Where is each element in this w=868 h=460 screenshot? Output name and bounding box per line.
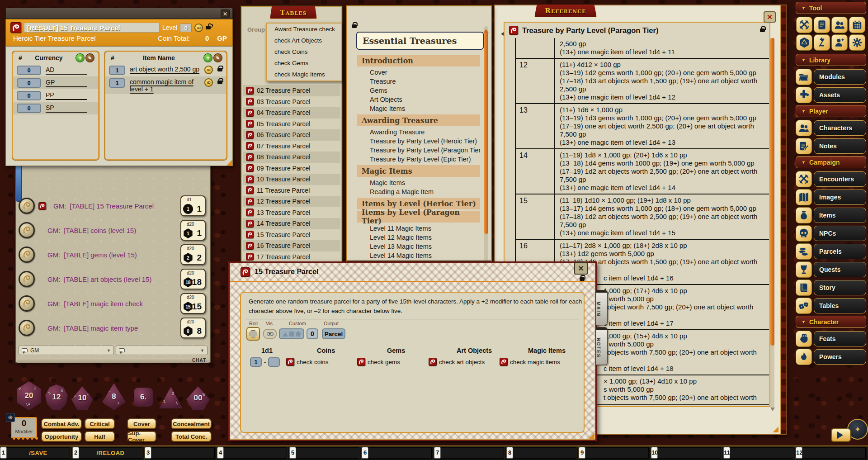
close-icon[interactable]: ✕ xyxy=(221,9,230,18)
item-qty-field[interactable]: 1 xyxy=(109,66,125,75)
scrollbar[interactable] xyxy=(770,38,774,408)
sidebar-item-npcs[interactable]: NPCs xyxy=(796,225,866,242)
item-name-link[interactable]: common magic item of level + 1 xyxy=(130,78,200,93)
tray-die-d10[interactable]: 2810 xyxy=(71,386,93,410)
sidebar-section-character[interactable]: ▼Character xyxy=(796,316,866,328)
sidebar-item-modules[interactable]: Modules xyxy=(796,69,866,85)
roll-button[interactable] xyxy=(246,327,260,341)
window-titlebar[interactable]: ✕ xyxy=(5,8,233,19)
sidebar-section-library[interactable]: ▼Library xyxy=(796,54,866,66)
sidebar-item-encounters[interactable]: Encounters xyxy=(796,171,866,187)
die-result-box[interactable]: d20 18 18 xyxy=(180,269,206,289)
table-list-item[interactable]: 05 Treasure Parcel xyxy=(243,119,340,130)
hotkey-content[interactable]: /SAVE xyxy=(6,447,70,459)
dialog-titlebar[interactable]: 15 Treasure Parcel xyxy=(230,263,595,282)
modifier-button-opportunity[interactable]: Opportunity xyxy=(41,431,82,442)
hotkey-slot-7[interactable]: 7 xyxy=(434,446,506,460)
sidebar-item-powers[interactable]: Powers xyxy=(796,349,866,365)
die-result-box[interactable]: d1 1 1 xyxy=(180,195,206,216)
toc-link[interactable]: Cover xyxy=(357,68,480,77)
modifier-button-combat-adv-[interactable]: Combat Adv. xyxy=(41,418,82,429)
images-button[interactable] xyxy=(796,189,812,205)
tables-banner[interactable]: Tables xyxy=(270,6,317,19)
resize-grip[interactable] xyxy=(773,427,778,432)
modifier-button-sup-cover[interactable]: Sup. Cover xyxy=(127,431,156,442)
item-name-link[interactable]: art object worth 2,500 gp xyxy=(130,66,200,73)
close-icon[interactable]: ✕ xyxy=(764,11,776,23)
hotkey-slot-10[interactable]: 10 xyxy=(651,446,723,460)
toc-link[interactable]: Level 12 Magic Items xyxy=(357,233,480,242)
toc-link[interactable]: Treasure xyxy=(357,77,480,86)
gm-avatar[interactable] xyxy=(19,271,35,287)
tool-button-scroll[interactable] xyxy=(814,17,830,33)
hotkey-slot-2[interactable]: 2 /RELOAD xyxy=(72,446,145,460)
currency-qty-field[interactable]: 0 xyxy=(17,91,41,100)
table-list-item[interactable]: 13 Treasure Parcel xyxy=(243,207,340,218)
scroll-down-arrow[interactable] xyxy=(770,408,775,413)
sidebar-item-characters[interactable]: Characters xyxy=(796,120,866,136)
sidebar-item-feats[interactable]: Feats xyxy=(796,331,866,347)
tab-main[interactable]: MAIN xyxy=(596,290,608,325)
scroll-up-arrow[interactable] xyxy=(483,26,489,33)
sidebar-item-tables[interactable]: Tables xyxy=(796,298,866,314)
tool-button-people[interactable] xyxy=(831,17,848,33)
parcels-button[interactable] xyxy=(796,243,812,260)
parcel-title-field[interactable]: [RESULT] 15 Treasure Parcel xyxy=(24,23,160,33)
toc-link[interactable]: Reading a Magic Item xyxy=(357,187,480,196)
sidebar-section-player[interactable]: ▼Player xyxy=(796,105,866,117)
hotkey-content[interactable] xyxy=(585,447,649,459)
dropdown-item[interactable]: check Art Objects xyxy=(267,35,341,46)
scrollbar-thumb[interactable] xyxy=(770,38,774,346)
feats-button[interactable] xyxy=(796,331,812,347)
table-check-link[interactable]: check coins xyxy=(297,359,329,365)
currency-qty-field[interactable]: 0 xyxy=(17,104,41,113)
toc-link[interactable]: Art Objects xyxy=(357,95,480,104)
close-icon[interactable]: ✕ xyxy=(574,262,588,275)
hotkey-content[interactable] xyxy=(513,447,576,459)
powers-button[interactable] xyxy=(796,349,812,365)
sidebar-section-tool[interactable]: ▼Tool xyxy=(796,2,866,14)
die-result-box[interactable]: d20 8 8 xyxy=(180,318,206,338)
tray-die-d4[interactable]: 234 xyxy=(159,387,183,409)
chat-emote-select[interactable]: ▼ xyxy=(116,346,208,355)
resize-grip[interactable] xyxy=(226,160,232,166)
modifier-button-concealment[interactable]: Concealment xyxy=(171,418,212,429)
hotkey-slot-12[interactable]: 12 xyxy=(796,446,868,460)
add-item-button[interactable]: + xyxy=(203,53,212,62)
modifier-button-total-conc-[interactable]: Total Conc. xyxy=(171,431,212,442)
tray-die-d100[interactable]: 8000 xyxy=(186,386,210,410)
table-list-item[interactable]: 11 Treasure Parcel xyxy=(243,185,340,196)
hotkey-content[interactable] xyxy=(368,447,432,459)
sidebar-item-items[interactable]: Items xyxy=(796,207,866,223)
tool-button-d20[interactable] xyxy=(796,34,812,51)
currency-name-field[interactable]: SP xyxy=(46,104,87,113)
gm-avatar[interactable] xyxy=(19,247,35,263)
gm-avatar[interactable] xyxy=(19,295,35,312)
sidebar-item-images[interactable]: Images xyxy=(796,189,866,205)
die-result-box[interactable]: d20 15 15 xyxy=(180,293,206,314)
lock-icon[interactable] xyxy=(580,277,585,281)
tool-button-gear[interactable] xyxy=(849,34,865,51)
resize-grip[interactable] xyxy=(589,433,594,439)
toc-link[interactable]: Treasure by Party Level (Heroic Tier) xyxy=(357,137,480,146)
custom-value-field[interactable]: 0 xyxy=(307,328,318,339)
hotkey-slot-4[interactable]: 4 xyxy=(217,446,289,460)
table-list-item[interactable]: 02 Treasure Parcel xyxy=(243,85,340,96)
toc-section-header[interactable]: Introduction xyxy=(357,55,480,66)
hotkey-slot-11[interactable]: 11 xyxy=(723,446,796,460)
chat-tab[interactable]: CHAT xyxy=(17,357,209,363)
modules-button[interactable] xyxy=(796,69,812,85)
custom-dice-selector[interactable] xyxy=(279,328,304,339)
lock-icon[interactable] xyxy=(760,28,765,32)
range-from-field[interactable]: 1 xyxy=(250,357,262,367)
table-list-item[interactable]: 09 Treasure Parcel xyxy=(243,163,340,174)
lock-icon[interactable] xyxy=(352,24,357,28)
items-button[interactable] xyxy=(796,207,812,223)
characters-button[interactable] xyxy=(796,120,812,136)
sidebar-item-assets[interactable]: Assets xyxy=(796,87,866,103)
reference-banner[interactable]: Reference xyxy=(534,5,597,17)
id-toggle-button[interactable]: ID xyxy=(204,66,213,74)
table-list-item[interactable]: 17 Treasure Parcel xyxy=(243,251,340,261)
hotkey-slot-3[interactable]: 3 xyxy=(145,446,217,460)
visibility-button[interactable] xyxy=(263,329,277,339)
